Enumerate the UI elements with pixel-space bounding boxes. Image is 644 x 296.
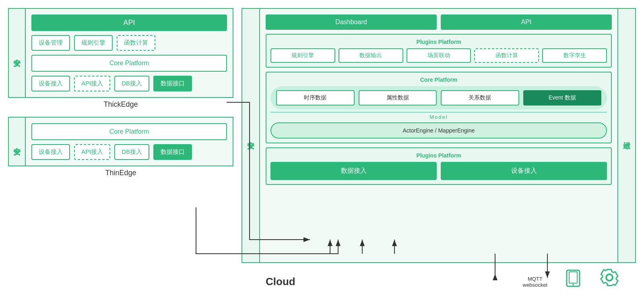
thick-edge-name: ThickEdge xyxy=(8,100,233,109)
thick-edge-api-bar: API xyxy=(31,14,227,31)
cloud-data-access: 数据接入 xyxy=(270,162,437,180)
cloud-data-timeseries: 时序数据 xyxy=(276,90,355,106)
thin-edge-inner: Core Platform 设备接入 API接入 DB接入 数据接口 xyxy=(26,117,233,166)
cloud-plugins-bottom-title: Plugins Platform xyxy=(270,152,607,159)
diagram-container: 安全 API 设备管理 规则引擎 函数计算 Core Platform 设备接入… xyxy=(0,0,644,296)
thin-edge-db-in: DB接入 xyxy=(114,144,149,160)
thin-edge-core-platform: Core Platform xyxy=(31,123,227,140)
thin-edge-section: 安全 Core Platform 设备接入 API接入 DB接入 数据接口 Th… xyxy=(8,117,233,177)
thick-edge-section: 安全 API 设备管理 规则引擎 函数计算 Core Platform 设备接入… xyxy=(8,8,233,109)
cloud-tablet-group xyxy=(564,269,583,288)
cloud-plugin-scene: 场景联动 xyxy=(407,48,471,63)
thin-edge-security-label: 安全 xyxy=(8,117,26,166)
cloud-actor-engine: ActorEngine / MapperEngine xyxy=(270,122,607,139)
cloud-inner: Dashboard API Plugins Platform 规则引擎 数据输出… xyxy=(260,9,617,262)
cloud-plugin-func: 函数计算 xyxy=(474,48,539,63)
thick-edge-item-func-calc: 函数计算 xyxy=(117,35,155,51)
thin-edge-row1: 设备接入 API接入 DB接入 数据接口 xyxy=(31,144,227,160)
thin-edge-block: 安全 Core Platform 设备接入 API接入 DB接入 数据接口 xyxy=(8,117,233,166)
cloud-api: API xyxy=(441,14,612,30)
thin-edge-api-in: API接入 xyxy=(74,144,110,160)
svg-point-2 xyxy=(572,284,574,286)
cloud-plugins-bottom-row: 数据接入 设备接入 xyxy=(270,162,607,180)
left-section: 安全 API 设备管理 规则引擎 函数计算 Core Platform 设备接入… xyxy=(8,8,233,288)
cloud-plugin-digital-twin: 数字孪生 xyxy=(542,48,607,63)
cloud-section: 安全 Dashboard API Plugins Platform 规则引擎 数… xyxy=(242,8,636,288)
cloud-model-label: Model xyxy=(270,112,607,120)
cloud-plugins-top: Plugins Platform 规则引擎 数据输出 场景联动 函数计算 数字孪… xyxy=(266,34,612,68)
gear-icon xyxy=(599,267,620,288)
thin-edge-data-interface: 数据接口 xyxy=(153,144,192,160)
cloud-data-relation: 关系数据 xyxy=(441,90,519,106)
cloud-plugins-bottom: Plugins Platform 数据接入 设备接入 xyxy=(266,147,612,185)
cloud-plugin-data-out: 数据输出 xyxy=(339,48,403,63)
cloud-dashboard: Dashboard xyxy=(266,14,437,30)
cloud-plugin-rule: 规则引擎 xyxy=(270,48,335,63)
thick-edge-item-device-mgmt: 设备管理 xyxy=(31,35,70,51)
cloud-outer-box: 安全 Dashboard API Plugins Platform 规则引擎 数… xyxy=(242,8,636,263)
thick-edge-item-rule-engine: 规则引擎 xyxy=(74,35,113,51)
cloud-label: Cloud xyxy=(266,275,295,288)
thick-edge-row2: 设备接入 API接入 DB接入 数据接口 xyxy=(31,76,227,91)
cloud-protocol-label: MQTTwebsocket xyxy=(523,276,547,288)
thin-edge-device-in: 设备接入 xyxy=(31,144,70,160)
cloud-gear-group xyxy=(599,267,620,288)
thick-edge-db-in: DB接入 xyxy=(114,76,149,91)
thick-edge-core-platform: Core Platform xyxy=(31,55,227,72)
thick-edge-block: 安全 API 设备管理 规则引擎 函数计算 Core Platform 设备接入… xyxy=(8,8,233,98)
cloud-data-event: Event 数据 xyxy=(523,90,602,106)
thick-edge-security-label: 安全 xyxy=(8,8,26,98)
thick-edge-inner: API 设备管理 规则引擎 函数计算 Core Platform 设备接入 AP… xyxy=(26,8,233,98)
cloud-protocol-group: MQTTwebsocket xyxy=(523,276,547,288)
thin-edge-name: ThinEdge xyxy=(8,169,233,177)
cloud-core-platform-box: Core Platform 时序数据 属性数据 关系数据 Ev xyxy=(266,72,612,143)
cloud-icons-area: MQTTwebsocket xyxy=(523,267,620,288)
cloud-security-label: 安全 xyxy=(242,9,260,262)
cloud-device-access: 设备接入 xyxy=(441,162,607,180)
cloud-top-row: Dashboard API xyxy=(266,14,612,30)
cloud-plugins-top-title: Plugins Platform xyxy=(270,39,607,45)
cloud-data-types-container: 时序数据 属性数据 关系数据 Event 数据 xyxy=(270,86,607,110)
cloud-ops-label: 运维 xyxy=(617,9,635,262)
cloud-plugins-top-row: 规则引擎 数据输出 场景联动 函数计算 数字孪生 xyxy=(270,48,607,63)
cloud-data-attribute: 属性数据 xyxy=(359,90,437,106)
thick-edge-device-in: 设备接入 xyxy=(31,76,70,91)
thick-edge-row1: 设备管理 规则引擎 函数计算 xyxy=(31,35,227,51)
cloud-core-platform-title: Core Platform xyxy=(270,77,607,83)
cloud-bottom-area: Cloud MQTTwebsocket xyxy=(242,263,636,288)
thick-edge-api-in: API接入 xyxy=(74,76,110,91)
thick-edge-data-interface: 数据接口 xyxy=(153,76,192,91)
tablet-icon xyxy=(564,269,583,288)
svg-rect-1 xyxy=(569,272,577,283)
